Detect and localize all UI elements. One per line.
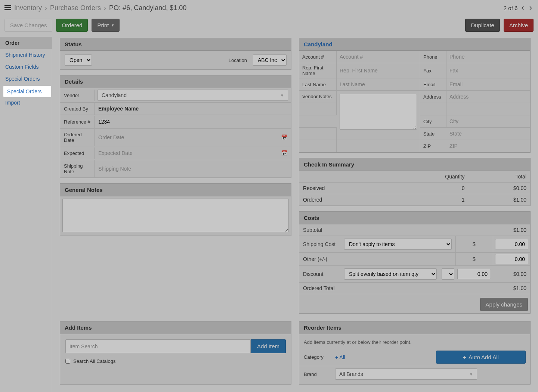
checkin-row-qty: 0 — [387, 183, 469, 194]
auto-add-all-button[interactable]: +Auto Add All — [436, 351, 526, 364]
checkin-col-qty: Quantity — [387, 171, 469, 183]
discount-value-input[interactable] — [457, 269, 491, 279]
shipping-note-label: Shipping Note — [60, 160, 95, 177]
sidebar-item-import[interactable]: Import — [0, 97, 52, 109]
duplicate-button[interactable]: Duplicate — [465, 19, 500, 32]
checkin-panel: Check In Summary Quantity Total Received… — [299, 158, 531, 206]
status-panel: Status Open Location ABC Inc — [60, 38, 291, 70]
chevron-right-icon: › — [104, 4, 106, 12]
reorder-header: Reorder Items — [299, 321, 530, 334]
vendor-notes-label: Vendor Notes — [299, 91, 337, 103]
sidebar-item-order[interactable]: Order — [0, 37, 52, 49]
discount-unit-select[interactable]: $ — [442, 268, 454, 280]
general-notes-panel: General Notes — [60, 183, 291, 236]
sidebar-item-custom-fields[interactable]: Custom Fields — [0, 61, 52, 73]
zip-label: ZIP — [420, 140, 446, 152]
chevron-down-icon: ▾ — [112, 23, 114, 28]
orderedtotal-label: Ordered Total — [299, 283, 340, 294]
expected-date-input[interactable] — [98, 148, 278, 158]
brand-label: Brand — [304, 371, 330, 377]
lastname-label: Last Name — [299, 78, 337, 91]
add-item-button[interactable]: Add Item — [251, 339, 286, 353]
search-all-catalogs-checkbox[interactable] — [65, 359, 70, 364]
discount-label: Discount — [299, 266, 340, 283]
vendor-label: Vendor — [60, 90, 95, 101]
vendor-notes-textarea[interactable] — [340, 94, 417, 130]
checkin-row-label: Ordered — [299, 194, 387, 206]
costs-header: Costs — [299, 212, 530, 224]
account-input[interactable] — [340, 53, 417, 61]
chevron-right-icon: › — [45, 4, 47, 12]
shipping-note-input[interactable] — [98, 164, 288, 174]
address2-input[interactable] — [449, 105, 527, 113]
other-cost-input[interactable] — [495, 254, 529, 264]
phone-input[interactable] — [449, 53, 527, 61]
shipping-label: Shipping Cost — [299, 236, 340, 253]
vendor-select[interactable]: Candyland▼ — [98, 90, 288, 101]
fax-input[interactable] — [449, 66, 527, 75]
status-select[interactable]: Open — [65, 55, 92, 66]
plus-icon: + — [463, 354, 466, 360]
pager-next-icon[interactable]: › — [528, 3, 534, 13]
checkin-row-total: $1.00 — [469, 194, 531, 206]
save-button[interactable]: Save Changes — [4, 19, 52, 32]
sidebar-item-shipment-history[interactable]: Shipment History — [0, 49, 52, 61]
chevron-down-icon: ▼ — [280, 93, 284, 97]
calendar-icon[interactable]: 📅 — [281, 134, 291, 140]
shipping-apply-select[interactable]: Don't apply to items — [344, 239, 452, 250]
details-panel: Details Vendor Candyland▼ Created By Emp… — [60, 75, 291, 178]
checkin-col-blank — [299, 171, 387, 183]
discount-method-select[interactable]: Split evenly based on item qty — [344, 268, 437, 280]
category-label: Category — [304, 354, 330, 360]
costs-panel: Costs Subtotal $1.00 Shipping Cost Don't… — [299, 211, 531, 314]
vendor-email-input[interactable] — [449, 80, 527, 88]
vendor-link[interactable]: Candyland — [304, 41, 333, 47]
ordered-date-label: Ordered Date — [60, 129, 95, 146]
checkin-row-total: $0.00 — [469, 183, 531, 194]
print-button[interactable]: Print▾ — [92, 19, 120, 32]
address-label: Address — [420, 91, 446, 103]
general-notes-header: General Notes — [60, 184, 291, 196]
ordered-date-input[interactable] — [98, 132, 278, 143]
location-select[interactable]: ABC Inc — [253, 55, 287, 66]
add-items-header: Add Items — [60, 321, 291, 334]
city-input[interactable] — [449, 117, 527, 125]
general-notes-textarea[interactable] — [62, 199, 289, 232]
state-input[interactable] — [449, 130, 527, 138]
calendar-icon[interactable]: 📅 — [281, 150, 291, 156]
createdby-label: Created By — [60, 103, 95, 115]
expected-label: Expected — [60, 147, 95, 159]
breadcrumb-purchase-orders[interactable]: Purchase Orders — [50, 4, 101, 12]
shipping-cost-input[interactable] — [495, 239, 529, 249]
reference-input[interactable] — [98, 116, 288, 127]
currency-symbol: $ — [455, 236, 493, 253]
city-label: City — [420, 115, 446, 128]
category-all-link[interactable]: + All — [335, 354, 345, 360]
zip-input[interactable] — [449, 142, 527, 150]
pager-prev-icon[interactable]: ‹ — [520, 3, 525, 13]
subtotal-value: $1.00 — [493, 224, 530, 236]
address-input[interactable] — [449, 93, 527, 101]
ordered-button[interactable]: Ordered — [56, 19, 88, 32]
sidebar-item-special-orders[interactable]: Special Orders — [0, 73, 52, 85]
details-header: Details — [60, 75, 291, 88]
discount-total: $0.00 — [493, 266, 530, 283]
lastname-input[interactable] — [340, 80, 417, 88]
apply-changes-button[interactable]: Apply changes — [480, 298, 528, 311]
currency-symbol: $ — [455, 253, 493, 266]
menu-icon[interactable] — [4, 5, 11, 10]
orderedtotal-value: $1.00 — [493, 283, 530, 294]
sidebar-item-special-orders-highlighted[interactable]: Special Orders — [7, 88, 42, 94]
vendor-email-label: Email — [420, 78, 446, 91]
repfirst-label: Rep. First Name — [299, 63, 337, 78]
status-header: Status — [60, 38, 291, 51]
brand-select[interactable]: All Brands▼ — [335, 368, 477, 380]
archive-button[interactable]: Archive — [504, 19, 534, 32]
reference-label: Reference # — [60, 116, 95, 128]
breadcrumb-inventory[interactable]: Inventory — [14, 4, 42, 12]
checkin-col-total: Total — [469, 171, 531, 183]
checkin-row-label: Received — [299, 183, 387, 194]
breadcrumb: Inventory › Purchase Orders › PO: #6, Ca… — [14, 4, 186, 12]
repfirst-input[interactable] — [340, 66, 417, 75]
item-search-input[interactable] — [65, 339, 251, 353]
